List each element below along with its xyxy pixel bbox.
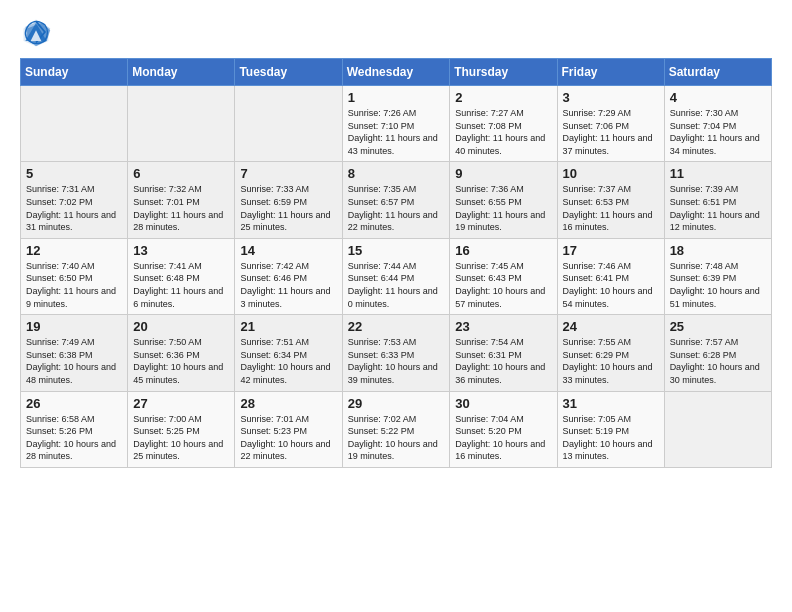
day-info: Sunrise: 7:37 AM Sunset: 6:53 PM Dayligh…: [563, 183, 659, 233]
calendar-cell: [128, 86, 235, 162]
day-number: 18: [670, 243, 766, 258]
calendar-week-1: 1Sunrise: 7:26 AM Sunset: 7:10 PM Daylig…: [21, 86, 772, 162]
day-info: Sunrise: 7:01 AM Sunset: 5:23 PM Dayligh…: [240, 413, 336, 463]
day-number: 24: [563, 319, 659, 334]
calendar-cell: 29Sunrise: 7:02 AM Sunset: 5:22 PM Dayli…: [342, 391, 450, 467]
day-number: 3: [563, 90, 659, 105]
day-info: Sunrise: 7:33 AM Sunset: 6:59 PM Dayligh…: [240, 183, 336, 233]
day-number: 28: [240, 396, 336, 411]
day-info: Sunrise: 7:35 AM Sunset: 6:57 PM Dayligh…: [348, 183, 445, 233]
calendar-cell: 21Sunrise: 7:51 AM Sunset: 6:34 PM Dayli…: [235, 315, 342, 391]
calendar-cell: 2Sunrise: 7:27 AM Sunset: 7:08 PM Daylig…: [450, 86, 557, 162]
calendar-cell: 27Sunrise: 7:00 AM Sunset: 5:25 PM Dayli…: [128, 391, 235, 467]
day-info: Sunrise: 7:27 AM Sunset: 7:08 PM Dayligh…: [455, 107, 551, 157]
day-info: Sunrise: 7:45 AM Sunset: 6:43 PM Dayligh…: [455, 260, 551, 310]
day-info: Sunrise: 7:02 AM Sunset: 5:22 PM Dayligh…: [348, 413, 445, 463]
day-info: Sunrise: 7:05 AM Sunset: 5:19 PM Dayligh…: [563, 413, 659, 463]
calendar-cell: 3Sunrise: 7:29 AM Sunset: 7:06 PM Daylig…: [557, 86, 664, 162]
logo: [20, 16, 56, 48]
day-info: Sunrise: 7:26 AM Sunset: 7:10 PM Dayligh…: [348, 107, 445, 157]
calendar-cell: [21, 86, 128, 162]
calendar-cell: 1Sunrise: 7:26 AM Sunset: 7:10 PM Daylig…: [342, 86, 450, 162]
day-number: 16: [455, 243, 551, 258]
day-info: Sunrise: 7:42 AM Sunset: 6:46 PM Dayligh…: [240, 260, 336, 310]
logo-icon: [20, 16, 52, 48]
day-number: 22: [348, 319, 445, 334]
day-info: Sunrise: 7:31 AM Sunset: 7:02 PM Dayligh…: [26, 183, 122, 233]
day-info: Sunrise: 7:49 AM Sunset: 6:38 PM Dayligh…: [26, 336, 122, 386]
day-number: 17: [563, 243, 659, 258]
day-number: 15: [348, 243, 445, 258]
day-info: Sunrise: 7:29 AM Sunset: 7:06 PM Dayligh…: [563, 107, 659, 157]
day-number: 30: [455, 396, 551, 411]
day-info: Sunrise: 7:41 AM Sunset: 6:48 PM Dayligh…: [133, 260, 229, 310]
calendar-table: SundayMondayTuesdayWednesdayThursdayFrid…: [20, 58, 772, 468]
day-number: 11: [670, 166, 766, 181]
day-number: 19: [26, 319, 122, 334]
day-info: Sunrise: 7:44 AM Sunset: 6:44 PM Dayligh…: [348, 260, 445, 310]
calendar-cell: 14Sunrise: 7:42 AM Sunset: 6:46 PM Dayli…: [235, 238, 342, 314]
weekday-header-saturday: Saturday: [664, 59, 771, 86]
calendar-cell: 5Sunrise: 7:31 AM Sunset: 7:02 PM Daylig…: [21, 162, 128, 238]
day-info: Sunrise: 7:55 AM Sunset: 6:29 PM Dayligh…: [563, 336, 659, 386]
day-number: 7: [240, 166, 336, 181]
weekday-header-sunday: Sunday: [21, 59, 128, 86]
calendar-cell: [235, 86, 342, 162]
day-number: 10: [563, 166, 659, 181]
day-number: 25: [670, 319, 766, 334]
day-info: Sunrise: 7:32 AM Sunset: 7:01 PM Dayligh…: [133, 183, 229, 233]
day-number: 27: [133, 396, 229, 411]
weekday-header-monday: Monday: [128, 59, 235, 86]
calendar-cell: 23Sunrise: 7:54 AM Sunset: 6:31 PM Dayli…: [450, 315, 557, 391]
calendar-cell: 13Sunrise: 7:41 AM Sunset: 6:48 PM Dayli…: [128, 238, 235, 314]
day-number: 1: [348, 90, 445, 105]
day-number: 4: [670, 90, 766, 105]
header: [20, 16, 772, 48]
calendar-cell: 15Sunrise: 7:44 AM Sunset: 6:44 PM Dayli…: [342, 238, 450, 314]
day-info: Sunrise: 7:36 AM Sunset: 6:55 PM Dayligh…: [455, 183, 551, 233]
day-info: Sunrise: 7:39 AM Sunset: 6:51 PM Dayligh…: [670, 183, 766, 233]
calendar-cell: 28Sunrise: 7:01 AM Sunset: 5:23 PM Dayli…: [235, 391, 342, 467]
day-number: 5: [26, 166, 122, 181]
day-info: Sunrise: 7:00 AM Sunset: 5:25 PM Dayligh…: [133, 413, 229, 463]
calendar-cell: 16Sunrise: 7:45 AM Sunset: 6:43 PM Dayli…: [450, 238, 557, 314]
day-number: 9: [455, 166, 551, 181]
day-info: Sunrise: 7:51 AM Sunset: 6:34 PM Dayligh…: [240, 336, 336, 386]
calendar-cell: 30Sunrise: 7:04 AM Sunset: 5:20 PM Dayli…: [450, 391, 557, 467]
day-number: 21: [240, 319, 336, 334]
calendar-week-4: 19Sunrise: 7:49 AM Sunset: 6:38 PM Dayli…: [21, 315, 772, 391]
calendar-cell: 9Sunrise: 7:36 AM Sunset: 6:55 PM Daylig…: [450, 162, 557, 238]
calendar-cell: 31Sunrise: 7:05 AM Sunset: 5:19 PM Dayli…: [557, 391, 664, 467]
calendar-cell: 10Sunrise: 7:37 AM Sunset: 6:53 PM Dayli…: [557, 162, 664, 238]
calendar-week-5: 26Sunrise: 6:58 AM Sunset: 5:26 PM Dayli…: [21, 391, 772, 467]
calendar-cell: 8Sunrise: 7:35 AM Sunset: 6:57 PM Daylig…: [342, 162, 450, 238]
calendar-cell: 22Sunrise: 7:53 AM Sunset: 6:33 PM Dayli…: [342, 315, 450, 391]
day-number: 23: [455, 319, 551, 334]
calendar-cell: 12Sunrise: 7:40 AM Sunset: 6:50 PM Dayli…: [21, 238, 128, 314]
day-info: Sunrise: 7:48 AM Sunset: 6:39 PM Dayligh…: [670, 260, 766, 310]
calendar-cell: 4Sunrise: 7:30 AM Sunset: 7:04 PM Daylig…: [664, 86, 771, 162]
weekday-header-row: SundayMondayTuesdayWednesdayThursdayFrid…: [21, 59, 772, 86]
day-number: 29: [348, 396, 445, 411]
calendar-cell: 20Sunrise: 7:50 AM Sunset: 6:36 PM Dayli…: [128, 315, 235, 391]
calendar-cell: 7Sunrise: 7:33 AM Sunset: 6:59 PM Daylig…: [235, 162, 342, 238]
calendar-week-2: 5Sunrise: 7:31 AM Sunset: 7:02 PM Daylig…: [21, 162, 772, 238]
weekday-header-thursday: Thursday: [450, 59, 557, 86]
calendar-cell: 17Sunrise: 7:46 AM Sunset: 6:41 PM Dayli…: [557, 238, 664, 314]
day-number: 14: [240, 243, 336, 258]
day-number: 13: [133, 243, 229, 258]
calendar-cell: 18Sunrise: 7:48 AM Sunset: 6:39 PM Dayli…: [664, 238, 771, 314]
day-number: 26: [26, 396, 122, 411]
weekday-header-tuesday: Tuesday: [235, 59, 342, 86]
day-info: Sunrise: 7:40 AM Sunset: 6:50 PM Dayligh…: [26, 260, 122, 310]
calendar-cell: [664, 391, 771, 467]
day-number: 8: [348, 166, 445, 181]
day-number: 20: [133, 319, 229, 334]
day-info: Sunrise: 7:04 AM Sunset: 5:20 PM Dayligh…: [455, 413, 551, 463]
calendar-cell: 24Sunrise: 7:55 AM Sunset: 6:29 PM Dayli…: [557, 315, 664, 391]
calendar-cell: 19Sunrise: 7:49 AM Sunset: 6:38 PM Dayli…: [21, 315, 128, 391]
day-info: Sunrise: 6:58 AM Sunset: 5:26 PM Dayligh…: [26, 413, 122, 463]
day-info: Sunrise: 7:53 AM Sunset: 6:33 PM Dayligh…: [348, 336, 445, 386]
calendar-cell: 26Sunrise: 6:58 AM Sunset: 5:26 PM Dayli…: [21, 391, 128, 467]
day-info: Sunrise: 7:54 AM Sunset: 6:31 PM Dayligh…: [455, 336, 551, 386]
